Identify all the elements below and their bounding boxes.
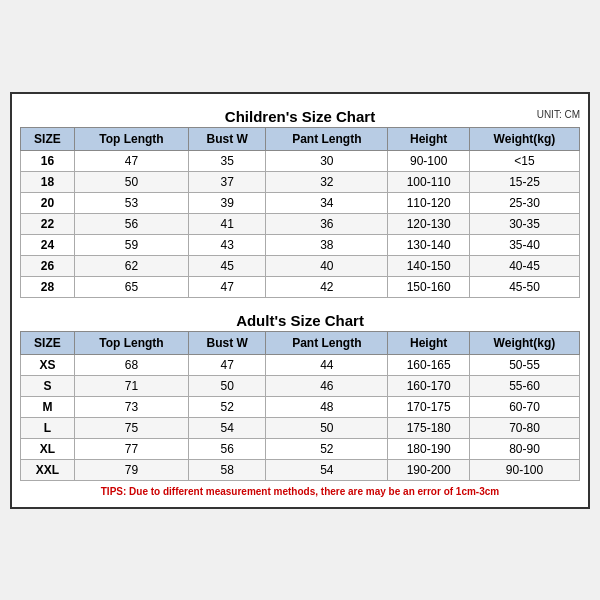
table-cell: 25-30 [469,192,579,213]
table-cell: <15 [469,150,579,171]
table-cell: 120-130 [388,213,470,234]
table-cell: 47 [189,276,266,297]
table-cell: 62 [74,255,188,276]
table-cell: 56 [74,213,188,234]
table-cell: L [21,417,75,438]
children-col-height: Height [388,127,470,150]
table-cell: 54 [266,459,388,480]
table-row: 20533934110-12025-30 [21,192,580,213]
table-cell: 190-200 [388,459,470,480]
table-cell: 45-50 [469,276,579,297]
table-cell: 180-190 [388,438,470,459]
table-cell: XXL [21,459,75,480]
table-cell: M [21,396,75,417]
table-cell: 44 [266,354,388,375]
table-cell: 73 [74,396,188,417]
table-row: M735248170-17560-70 [21,396,580,417]
table-cell: 41 [189,213,266,234]
table-cell: 20 [21,192,75,213]
table-row: 26624540140-15040-45 [21,255,580,276]
table-cell: 38 [266,234,388,255]
table-cell: 58 [189,459,266,480]
table-cell: 24 [21,234,75,255]
table-cell: 53 [74,192,188,213]
table-cell: 46 [266,375,388,396]
table-row: XL775652180-19080-90 [21,438,580,459]
table-cell: 35-40 [469,234,579,255]
table-row: 24594338130-14035-40 [21,234,580,255]
table-cell: 50-55 [469,354,579,375]
table-cell: XS [21,354,75,375]
table-cell: 100-110 [388,171,470,192]
table-row: 1647353090-100<15 [21,150,580,171]
table-cell: 71 [74,375,188,396]
table-cell: 77 [74,438,188,459]
table-cell: 170-175 [388,396,470,417]
children-col-bustw: Bust W [189,127,266,150]
table-cell: 54 [189,417,266,438]
table-cell: S [21,375,75,396]
table-cell: 68 [74,354,188,375]
table-row: XS684744160-16550-55 [21,354,580,375]
table-cell: 22 [21,213,75,234]
adult-section-title: Adult's Size Chart [20,306,580,331]
table-cell: 175-180 [388,417,470,438]
table-cell: 56 [189,438,266,459]
table-cell: 45 [189,255,266,276]
size-chart-container: Children's Size Chart UNIT: CM SIZE Top … [10,92,590,509]
table-cell: 90-100 [388,150,470,171]
table-cell: 42 [266,276,388,297]
table-cell: 150-160 [388,276,470,297]
table-cell: 140-150 [388,255,470,276]
adult-table-body: XS684744160-16550-55S715046160-17055-60M… [21,354,580,480]
children-col-size: SIZE [21,127,75,150]
tips-text: TIPS: Due to different measurement metho… [20,481,580,499]
table-cell: 37 [189,171,266,192]
adult-col-toplength: Top Length [74,331,188,354]
table-cell: 70-80 [469,417,579,438]
adult-col-weight: Weight(kg) [469,331,579,354]
table-cell: 65 [74,276,188,297]
table-cell: 18 [21,171,75,192]
table-cell: 50 [74,171,188,192]
table-cell: 26 [21,255,75,276]
table-cell: 130-140 [388,234,470,255]
table-cell: 50 [189,375,266,396]
children-header-row: SIZE Top Length Bust W Pant Length Heigh… [21,127,580,150]
table-cell: XL [21,438,75,459]
table-row: 18503732100-11015-25 [21,171,580,192]
table-cell: 160-165 [388,354,470,375]
children-table-body: 1647353090-100<1518503732100-11015-25205… [21,150,580,297]
children-title-text: Children's Size Chart [225,108,375,125]
table-cell: 43 [189,234,266,255]
children-col-weight: Weight(kg) [469,127,579,150]
table-cell: 28 [21,276,75,297]
adult-col-height: Height [388,331,470,354]
adult-col-size: SIZE [21,331,75,354]
adult-title-text: Adult's Size Chart [236,312,364,329]
children-size-table: SIZE Top Length Bust W Pant Length Heigh… [20,127,580,298]
table-cell: 15-25 [469,171,579,192]
table-cell: 60-70 [469,396,579,417]
table-cell: 30 [266,150,388,171]
table-cell: 16 [21,150,75,171]
table-cell: 39 [189,192,266,213]
table-row: S715046160-17055-60 [21,375,580,396]
children-col-toplength: Top Length [74,127,188,150]
table-cell: 47 [74,150,188,171]
table-cell: 40-45 [469,255,579,276]
table-cell: 160-170 [388,375,470,396]
table-cell: 34 [266,192,388,213]
children-col-pantlength: Pant Length [266,127,388,150]
table-cell: 52 [189,396,266,417]
table-cell: 50 [266,417,388,438]
table-cell: 90-100 [469,459,579,480]
table-row: 22564136120-13030-35 [21,213,580,234]
table-cell: 52 [266,438,388,459]
table-cell: 48 [266,396,388,417]
adult-col-bustw: Bust W [189,331,266,354]
adult-size-table: SIZE Top Length Bust W Pant Length Heigh… [20,331,580,481]
table-row: L755450175-18070-80 [21,417,580,438]
table-cell: 75 [74,417,188,438]
adult-col-pantlength: Pant Length [266,331,388,354]
